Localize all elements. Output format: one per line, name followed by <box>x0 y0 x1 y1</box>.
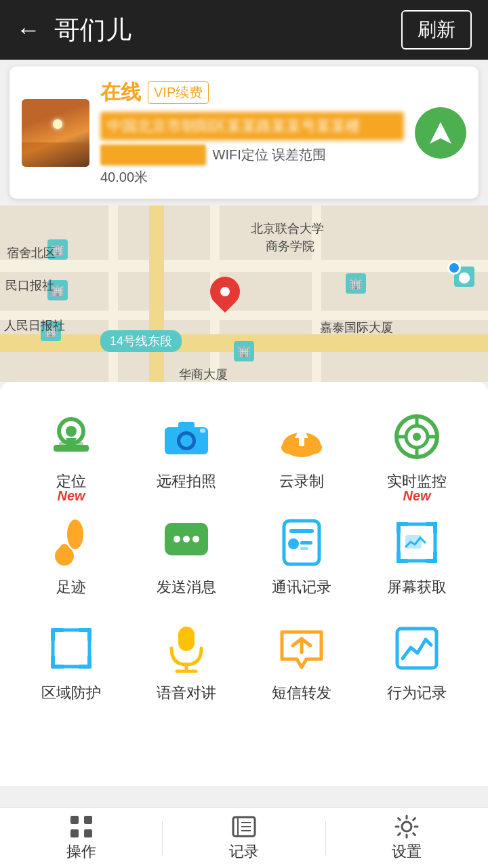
new-badge-monitor: New <box>403 488 430 504</box>
monitor-icon <box>390 410 443 463</box>
grid-icon <box>69 814 94 839</box>
map-road <box>0 311 488 320</box>
map-building-icon: 🏢 <box>234 341 254 361</box>
header: ← 哥们儿 刷新 <box>0 0 488 60</box>
sms-icon <box>275 622 328 675</box>
grid-item-contact-record[interactable]: 通讯记录 <box>244 507 359 612</box>
nav-label-records: 记录 <box>229 842 259 862</box>
svg-point-13 <box>303 441 322 454</box>
wifi-label: WIFI定位 误差范围 <box>213 147 327 162</box>
svg-rect-35 <box>300 541 312 545</box>
svg-rect-53 <box>70 816 79 824</box>
svg-point-12 <box>281 441 300 454</box>
map-label-hsda: 华商大厦 <box>179 366 228 382</box>
map-road <box>0 260 488 272</box>
svg-rect-55 <box>70 829 79 837</box>
card-info: 在线 VIP续费 中国北京市朝阳区某某路某某号某某楼 某某小区某单元 WIFI定… <box>100 79 404 186</box>
nav-item-operations[interactable]: 操作 <box>0 814 162 862</box>
distance: 40.00米 <box>100 168 404 186</box>
nav-item-records[interactable]: 记录 <box>163 814 325 862</box>
svg-point-34 <box>288 538 299 549</box>
grid-item-send-message[interactable]: 发送消息 <box>129 507 244 612</box>
nav-item-settings[interactable]: 设置 <box>326 814 488 862</box>
screen-capture-icon <box>390 516 443 569</box>
map-area: 🏢 🏢 🏢 🏢 🏢 ⬤ 宿舍北区 民口报社 人民日报社 北京联合大学 商务学院 … <box>0 205 488 382</box>
svg-point-24 <box>59 544 70 557</box>
status-row: 在线 VIP续费 <box>100 79 404 106</box>
label-zone-guard: 区域防护 <box>41 683 101 703</box>
label-send-message: 发送消息 <box>157 577 216 597</box>
grid-item-voice-intercom[interactable]: 语音对讲 <box>129 612 244 718</box>
user-location-dot <box>447 261 461 275</box>
page-title: 哥们儿 <box>54 13 131 47</box>
label-cloud-record: 云录制 <box>279 471 324 492</box>
grid-item-screen-capture[interactable]: 屏幕获取 <box>359 507 474 612</box>
header-left: ← 哥们儿 <box>16 13 131 47</box>
grid-item-footprint[interactable]: 足迹 <box>14 507 129 612</box>
svg-marker-0 <box>430 122 451 144</box>
label-screen-capture: 屏幕获取 <box>387 577 447 597</box>
pin-dot <box>220 287 230 296</box>
label-footprint: 足迹 <box>56 577 86 597</box>
grid-item-realtime-monitor[interactable]: 实时监控 New <box>359 401 474 507</box>
svg-rect-15 <box>299 435 304 446</box>
back-button[interactable]: ← <box>16 16 41 44</box>
svg-rect-36 <box>300 547 308 550</box>
svg-rect-39 <box>53 630 89 667</box>
nav-label-operations: 操作 <box>66 842 96 862</box>
svg-rect-9 <box>178 422 195 430</box>
map-label-jtgjdx: 嘉泰国际大厦 <box>320 319 393 336</box>
grid-item-behavior-record[interactable]: 行为记录 <box>359 612 474 718</box>
camera-icon <box>160 410 213 463</box>
svg-rect-48 <box>178 627 195 651</box>
grid-item-remote-photo[interactable]: 远程拍照 <box>129 401 244 507</box>
records-icon <box>232 814 256 839</box>
label-behavior-record: 行为记录 <box>387 683 447 703</box>
map-label-rmrbs: 人民日报社 <box>4 317 65 334</box>
avatar <box>22 99 89 167</box>
status-label: 在线 <box>100 79 141 106</box>
label-sms-forward: 短信转发 <box>272 683 331 703</box>
map-label-swxy: 商务学院 <box>266 238 314 254</box>
navigate-button[interactable] <box>415 107 466 159</box>
behavior-icon <box>390 622 443 675</box>
svg-point-30 <box>183 536 190 542</box>
grid-item-location[interactable]: 定位 New <box>14 401 129 507</box>
feature-grid: 定位 New 远程拍照 <box>14 401 474 718</box>
location-icon <box>45 410 98 463</box>
map-label-bjlhdy: 北京联合大学 <box>251 220 324 237</box>
map-road <box>108 205 118 382</box>
map-label-minkoubaoshe: 民口报社 <box>5 277 54 294</box>
svg-point-4 <box>66 426 77 437</box>
svg-point-18 <box>413 433 421 441</box>
message-icon <box>160 516 213 569</box>
svg-point-29 <box>174 536 180 542</box>
svg-point-62 <box>402 822 411 831</box>
svg-point-31 <box>192 536 199 542</box>
map-building-icon: 🏢 <box>346 273 366 294</box>
vip-badge[interactable]: VIP续费 <box>148 81 209 104</box>
mic-icon <box>160 622 213 675</box>
grid-item-cloud-record[interactable]: 云录制 <box>244 401 359 507</box>
svg-point-8 <box>180 435 192 447</box>
svg-rect-33 <box>289 529 314 533</box>
bottom-panel: 定位 New 远程拍照 <box>0 382 488 786</box>
refresh-button[interactable]: 刷新 <box>401 10 472 50</box>
cloud-upload-icon <box>275 410 328 463</box>
map-label-sushebei: 宿舍北区 <box>7 245 56 261</box>
nav-label-settings: 设置 <box>392 842 422 862</box>
grid-item-sms-forward[interactable]: 短信转发 <box>244 612 359 718</box>
map-main-road <box>149 205 164 382</box>
map-subway-label: 14号线东段 <box>100 330 182 352</box>
label-contact-record: 通讯记录 <box>272 577 331 597</box>
svg-point-26 <box>69 524 79 537</box>
settings-icon <box>394 814 419 839</box>
grid-item-zone-guard[interactable]: 区域防护 <box>14 612 129 718</box>
svg-rect-38 <box>405 535 422 549</box>
contact-icon <box>275 516 328 569</box>
address2: 某某小区某单元 WIFI定位 误差范围 <box>100 144 404 165</box>
zone-guard-icon <box>45 622 98 675</box>
info-card: 在线 VIP续费 中国北京市朝阳区某某路某某号某某楼 某某小区某单元 WIFI定… <box>9 66 479 199</box>
footprint-icon <box>45 516 98 569</box>
new-badge-location: New <box>57 488 85 504</box>
